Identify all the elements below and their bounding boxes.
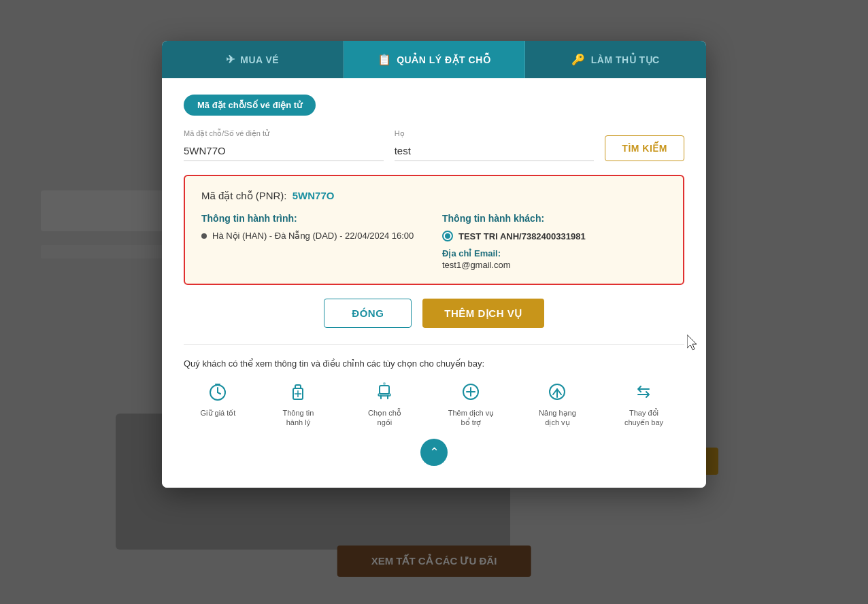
result-card: Mã đặt chỗ (PNR): 5WN77O Thông tin hành …: [184, 175, 684, 285]
change-flight-icon: [631, 380, 656, 404]
search-row: Mã đặt chỗ/Số vé điện tử Họ TÌM KIẾM: [184, 129, 684, 161]
result-columns: Thông tin hành trình: Hà Nội (HAN) - Đà …: [201, 213, 667, 270]
feature-label-them-dv: Thêm dịch vụ bổ trợ: [447, 408, 495, 428]
tab-bar: ✈ MUA VÉ 📋 QUẢN LÝ ĐẶT CHỖ 🔑 LÀM THỦ TỤC: [162, 41, 706, 78]
pnr-code: 5WN77O: [293, 190, 335, 201]
ho-label: Họ: [395, 129, 595, 138]
feature-hanh-ly: Thông tin hành lý: [274, 380, 322, 428]
pnr-input[interactable]: [184, 141, 384, 161]
chevron-up-icon: ⌃: [429, 446, 439, 459]
email-section: Địa chỉ Email: test1@gmail.com: [442, 248, 667, 270]
passenger-info-title: Thông tin hành khách:: [442, 213, 667, 224]
bullet-icon: [201, 233, 207, 239]
svg-line-2: [218, 392, 220, 394]
feature-them-dv: Thêm dịch vụ bổ trợ: [447, 380, 495, 428]
ho-field-group: Họ: [395, 129, 595, 161]
pnr-label: Mã đặt chỗ/Số vé điện tử: [184, 129, 384, 138]
flight-route: Hà Nội (HAN) - Đà Nẵng (DAD) - 22/04/202…: [212, 231, 414, 241]
email-label: Địa chỉ Email:: [442, 248, 667, 258]
info-section: Quý khách có thể xem thông tin và điều c…: [184, 344, 684, 428]
them-dich-vu-button[interactable]: THÊM DỊCH VỤ: [422, 299, 544, 328]
seat-icon: [372, 380, 397, 404]
add-service-icon: [458, 380, 483, 404]
tab-mua-ve[interactable]: ✈ MUA VÉ: [162, 41, 344, 78]
flight-info-title: Thông tin hành trình:: [201, 213, 426, 224]
feature-label-chon-cho: Chọn chỗ ngồi: [361, 408, 408, 428]
action-row: ĐÓNG THÊM DỊCH VỤ: [184, 299, 684, 328]
timer-icon: [205, 380, 230, 404]
search-button[interactable]: TÌM KIẾM: [605, 135, 684, 161]
email-value: test1@gmail.com: [442, 260, 667, 270]
dong-button[interactable]: ĐÓNG: [324, 299, 412, 328]
plane-icon: ✈: [226, 53, 235, 66]
feature-thay-doi: Thay đổi chuyến bay: [620, 380, 667, 428]
feature-label-thay-doi: Thay đổi chuyến bay: [620, 408, 667, 428]
passenger-name: TEST TRI ANH/7382400331981: [458, 231, 586, 241]
info-description: Quý khách có thể xem thông tin và điều c…: [184, 358, 684, 369]
passenger-info-col: Thông tin hành khách: TEST TRI ANH/73824…: [442, 213, 667, 270]
flight-info-col: Thông tin hành trình: Hà Nội (HAN) - Đà …: [201, 213, 426, 270]
pnr-title: Mã đặt chỗ (PNR): 5WN77O: [201, 190, 667, 202]
key-icon: 🔑: [571, 53, 586, 66]
feature-label-giu-gia: Giữ giá tốt: [201, 408, 236, 418]
upgrade-icon: [545, 380, 569, 404]
modal-backdrop: ✈ MUA VÉ 📋 QUẢN LÝ ĐẶT CHỖ 🔑 LÀM THỦ TỤC…: [0, 0, 868, 604]
modal-body: Mã đặt chỗ/Số vé điện tử Mã đặt chỗ/Số v…: [162, 78, 706, 488]
feature-nang-hang: Nâng hạng dịch vụ: [533, 380, 581, 428]
modal-container: ✈ MUA VÉ 📋 QUẢN LÝ ĐẶT CHỖ 🔑 LÀM THỦ TỤC…: [162, 41, 706, 488]
tab-quan-ly[interactable]: 📋 QUẢN LÝ ĐẶT CHỖ: [344, 41, 525, 78]
pill-toggle[interactable]: Mã đặt chỗ/Số vé điện tử: [184, 95, 316, 116]
passenger-item: TEST TRI ANH/7382400331981: [442, 231, 667, 241]
luggage-icon: [286, 380, 310, 404]
feature-label-hanh-ly: Thông tin hành lý: [274, 408, 322, 428]
feature-giu-gia: Giữ giá tốt: [201, 380, 236, 428]
flight-item: Hà Nội (HAN) - Đà Nẵng (DAD) - 22/04/202…: [201, 231, 426, 241]
scroll-up-button[interactable]: ⌃: [420, 439, 448, 466]
ho-input[interactable]: [395, 141, 595, 161]
feature-chon-cho: Chọn chỗ ngồi: [361, 380, 408, 428]
features-row: Giữ giá tốt Thông tin hành lý: [184, 380, 684, 428]
svg-rect-7: [380, 386, 389, 394]
clipboard-icon: 📋: [378, 53, 392, 66]
feature-label-nang-hang: Nâng hạng dịch vụ: [533, 408, 581, 428]
svg-point-11: [383, 382, 386, 385]
pnr-field-group: Mã đặt chỗ/Số vé điện tử: [184, 129, 384, 161]
tab-lam-thu-tuc[interactable]: 🔑 LÀM THỦ TỤC: [525, 41, 706, 78]
radio-selected-icon: [442, 231, 453, 241]
